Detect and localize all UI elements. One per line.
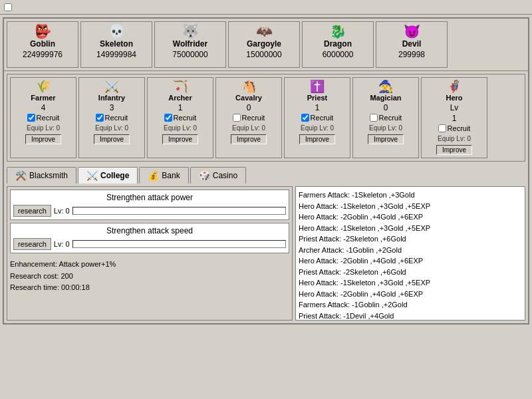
troop-card-hero: 🦸 Hero Lv 1 Recruit Equip Lv: 0 Improve <box>421 77 487 158</box>
recruit-row-priest: Recruit <box>301 114 334 122</box>
troop-count-archer: 1 <box>178 103 183 112</box>
troop-name-farmer: Farmer <box>31 94 55 102</box>
research-row-0: research Lv: 0 <box>13 205 286 217</box>
recruit-row-archer: Recruit <box>164 114 197 122</box>
recruit-check-magician[interactable] <box>370 114 378 122</box>
tab-blacksmith[interactable]: ⚒️ Blacksmith <box>7 167 76 184</box>
monster-icon-goblin: 👺 <box>35 25 51 38</box>
log-line-5: Archer Attack: -1Goblin ,+2Gold <box>299 245 522 256</box>
monster-icon-wolfrider: 🐺 <box>182 25 199 38</box>
research-title-1: Strengthen attack speed <box>13 226 286 235</box>
recruit-check-cavalry[interactable] <box>233 114 241 122</box>
tab-casino[interactable]: 🎲 Casino <box>190 167 246 184</box>
troop-name-magician: Magician <box>370 94 401 102</box>
troop-icon-priest: ✝️ <box>310 80 325 92</box>
research-btn-1[interactable]: research <box>13 238 51 250</box>
equip-lv-archer: Equip Lv: 0 <box>164 124 197 132</box>
monster-name-dragon: Dragon <box>324 39 352 49</box>
enhancement-line2: Research cost: 200 <box>10 271 289 283</box>
tab-icon-casino: 🎲 <box>199 170 210 181</box>
troop-icon-hero: 🦸 <box>447 80 462 92</box>
enhancement-line3: Research time: 00:00:18 <box>10 282 289 294</box>
equip-lv-priest: Equip Lv: 0 <box>301 124 334 132</box>
troop-count-cavalry: 0 <box>247 103 251 112</box>
tab-college[interactable]: ⚔️ College <box>78 167 138 184</box>
research-btn-0[interactable]: research <box>13 205 51 217</box>
troop-name-infantry: Infantry <box>98 94 125 102</box>
troop-count-farmer: 4 <box>41 103 46 112</box>
log-line-6: Hero Attack: -2Goblin ,+4Gold ,+6EXP <box>299 255 522 267</box>
troop-count-priest: 1 <box>315 103 320 112</box>
troop-card-priest: ✝️ Priest 1 Recruit Equip Lv: 0 Improve <box>284 77 350 158</box>
progress-wrap-0 <box>72 207 286 215</box>
tab-bank[interactable]: 💰 Bank <box>139 167 188 184</box>
enhancement-line1: Enhancement: Attack power+1% <box>10 259 289 271</box>
right-panel: Farmers Attack: -1Skeleton ,+3GoldHero A… <box>295 186 525 321</box>
research-title-0: Strengthen attack power <box>13 193 286 202</box>
progress-wrap-1 <box>72 240 286 248</box>
monster-count-goblin: 224999976 <box>23 50 63 59</box>
equip-lv-infantry: Equip Lv: 0 <box>95 124 128 132</box>
improve-btn-infantry[interactable]: Improve <box>94 134 130 144</box>
improve-btn-magician[interactable]: Improve <box>368 134 404 144</box>
monster-card-skeleton: 💀 Skeleton 149999984 <box>80 21 152 68</box>
log-line-2: Hero Attack: -2Goblin ,+4Gold ,+6EXP <box>299 211 522 223</box>
recruit-check-priest[interactable] <box>301 114 309 122</box>
recruit-check-farmer[interactable] <box>27 114 35 122</box>
log-line-7: Priest Attack: -2Skeleton ,+6Gold <box>299 267 522 278</box>
monster-icon-devil: 😈 <box>404 25 420 38</box>
monster-icon-dragon: 🐉 <box>330 25 346 38</box>
monster-count-devil: 299998 <box>398 50 425 59</box>
monster-name-goblin: Goblin <box>30 39 55 49</box>
troop-card-cavalry: 🐴 Cavalry 0 Recruit Equip Lv: 0 Improve <box>215 77 282 158</box>
troop-name-hero: Hero <box>446 94 462 102</box>
monster-name-gargoyle: Gargoyle <box>247 39 281 49</box>
monster-count-skeleton: 149999984 <box>96 50 136 59</box>
tab-icon-blacksmith: ⚒️ <box>15 170 27 181</box>
improve-btn-priest[interactable]: Improve <box>299 134 335 144</box>
recruit-check-archer[interactable] <box>164 114 172 122</box>
equip-lv-magician: Equip Lv: 0 <box>369 124 402 132</box>
main-container: 👺 Goblin 224999976 💀 Skeleton 149999984 … <box>3 17 529 325</box>
recruit-label-cavalry: Recruit <box>242 114 265 122</box>
troop-card-magician: 🧙 Magician 0 Recruit Equip Lv: 0 Improve <box>352 77 419 158</box>
left-panel: Strengthen attack power research Lv: 0 S… <box>7 186 293 321</box>
improve-btn-farmer[interactable]: Improve <box>25 134 61 144</box>
enhancement-info: Enhancement: Attack power+1% Research co… <box>10 259 289 294</box>
log-line-8: Hero Attack: -1Skeleton ,+3Gold ,+5EXP <box>299 277 522 289</box>
research-lv-1: Lv: 0 <box>54 240 70 248</box>
monster-name-wolfrider: Wolfrider <box>173 39 207 49</box>
improve-btn-cavalry[interactable]: Improve <box>231 134 267 144</box>
monster-count-wolfrider: 75000000 <box>172 50 207 59</box>
equip-lv-cavalry: Equip Lv: 0 <box>232 124 265 132</box>
troop-card-farmer: 🌾 Farmer 4 Recruit Equip Lv: 0 Improve <box>10 77 76 158</box>
recruit-check-hero[interactable] <box>438 124 446 132</box>
recruit-label-magician: Recruit <box>379 114 402 122</box>
research-block-0: Strengthen attack power research Lv: 0 <box>10 190 289 220</box>
improve-btn-hero[interactable]: Improve <box>436 145 472 155</box>
top-bar <box>0 0 532 15</box>
troop-name-archer: Archer <box>168 94 192 102</box>
equip-lv-hero: Equip Lv: 0 <box>438 135 471 142</box>
tabs-row: ⚒️ Blacksmith ⚔️ College 💰 Bank 🎲 Casino <box>4 164 528 184</box>
minimize-checkbox[interactable] <box>4 3 12 11</box>
monster-icon-skeleton: 💀 <box>108 25 125 38</box>
recruit-row-infantry: Recruit <box>96 114 128 122</box>
troops-section: 🌾 Farmer 4 Recruit Equip Lv: 0 Improve ⚔… <box>7 74 525 162</box>
research-block-1: Strengthen attack speed research Lv: 0 <box>10 223 289 253</box>
troop-icon-farmer: 🌾 <box>36 80 51 92</box>
recruit-row-cavalry: Recruit <box>233 114 265 122</box>
bottom-section: Strengthen attack power research Lv: 0 S… <box>4 184 528 323</box>
improve-btn-archer[interactable]: Improve <box>162 134 198 144</box>
log-line-9: Hero Attack: -2Goblin ,+4Gold ,+6EXP <box>299 289 522 300</box>
minimize-checkbox-label[interactable] <box>4 3 14 11</box>
recruit-label-farmer: Recruit <box>37 114 60 122</box>
recruit-check-infantry[interactable] <box>96 114 104 122</box>
tab-label-blacksmith: Blacksmith <box>29 171 68 180</box>
tab-label-college: College <box>100 171 129 180</box>
monster-card-wolfrider: 🐺 Wolfrider 75000000 <box>154 21 226 68</box>
recruit-label-archer: Recruit <box>174 114 197 122</box>
troop-name-priest: Priest <box>307 94 328 102</box>
log-line-4: Priest Attack: -2Skeleton ,+6Gold <box>299 233 522 245</box>
monster-count-dragon: 6000000 <box>323 50 354 59</box>
